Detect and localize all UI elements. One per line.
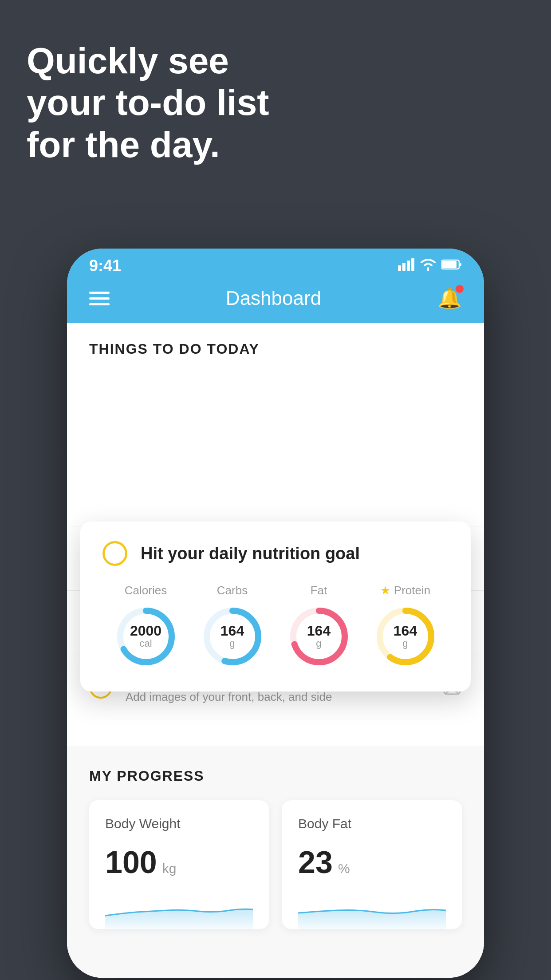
fat-item: Fat 164 g: [286, 584, 352, 669]
fat-label: Fat: [311, 584, 327, 597]
progress-section: MY PROGRESS Body Weight 100 kg: [67, 746, 484, 951]
nav-title: Dashboard: [226, 287, 321, 309]
phone-frame: 9:41: [67, 249, 484, 978]
nutrition-circles: Calories 2000 cal: [102, 584, 449, 669]
notification-dot: [456, 285, 464, 293]
body-weight-unit: kg: [162, 861, 177, 876]
body-fat-chart: [298, 893, 446, 929]
menu-button[interactable]: [89, 292, 110, 305]
body-weight-title: Body Weight: [105, 816, 253, 831]
signal-icon: [398, 258, 415, 274]
bottom-spacer: [67, 951, 484, 978]
progress-cards: Body Weight 100 kg: [89, 800, 462, 929]
fat-unit: g: [307, 638, 331, 649]
body-fat-value: 23: [298, 845, 333, 880]
fat-donut: 164 g: [286, 604, 352, 669]
svg-rect-3: [411, 258, 414, 271]
progress-header: MY PROGRESS: [89, 768, 462, 784]
body-fat-title: Body Fat: [298, 816, 446, 831]
svg-rect-0: [398, 265, 401, 271]
carbs-label: Carbs: [217, 584, 248, 597]
calories-unit: cal: [130, 638, 161, 649]
svg-rect-2: [407, 261, 410, 271]
svg-rect-5: [442, 261, 457, 268]
body-weight-chart: [105, 893, 253, 929]
status-icons: [398, 258, 462, 274]
body-fat-card: Body Fat 23 %: [282, 800, 462, 929]
status-time: 9:41: [89, 257, 121, 275]
protein-item: ★Protein 164 g: [373, 584, 438, 669]
body-weight-value: 100: [105, 845, 157, 880]
carbs-unit: g: [220, 638, 244, 649]
battery-icon: [441, 259, 462, 273]
carbs-item: Carbs 164 g: [200, 584, 265, 669]
wifi-icon: [420, 258, 436, 274]
body-fat-unit: %: [338, 861, 350, 876]
calories-label: Calories: [125, 584, 167, 597]
todo-subtitle-photos: Add images of your front, back, and side: [126, 690, 429, 704]
protein-unit: g: [394, 638, 417, 649]
carbs-donut: 164 g: [200, 604, 265, 669]
hero-headline: Quickly see your to-do list for the day.: [27, 40, 269, 166]
fat-value: 164: [307, 624, 331, 638]
calories-donut: 2000 cal: [113, 604, 179, 669]
card-title-row: Hit your daily nutrition goal: [102, 541, 449, 566]
calories-item: Calories 2000 cal: [113, 584, 179, 669]
status-bar: 9:41: [67, 249, 484, 280]
body-weight-card: Body Weight 100 kg: [89, 800, 269, 929]
protein-label: ★Protein: [380, 584, 430, 597]
svg-rect-1: [402, 263, 405, 271]
svg-rect-6: [459, 263, 461, 266]
notification-bell-button[interactable]: 🔔: [437, 287, 462, 310]
nav-bar: Dashboard 🔔: [67, 280, 484, 323]
task-circle-nutrition[interactable]: [102, 541, 127, 566]
protein-donut: 164 g: [373, 604, 438, 669]
nutrition-card: Hit your daily nutrition goal Calories 2: [80, 522, 471, 692]
calories-value: 2000: [130, 624, 161, 638]
star-icon: ★: [380, 584, 390, 597]
body-fat-value-row: 23 %: [298, 845, 446, 880]
app-content: THINGS TO DO TODAY Hit your daily nutrit…: [67, 323, 484, 978]
body-weight-value-row: 100 kg: [105, 845, 253, 880]
things-to-do-header: THINGS TO DO TODAY: [67, 323, 484, 366]
carbs-value: 164: [220, 624, 244, 638]
nutrition-card-title: Hit your daily nutrition goal: [141, 544, 360, 563]
protein-value: 164: [394, 624, 417, 638]
